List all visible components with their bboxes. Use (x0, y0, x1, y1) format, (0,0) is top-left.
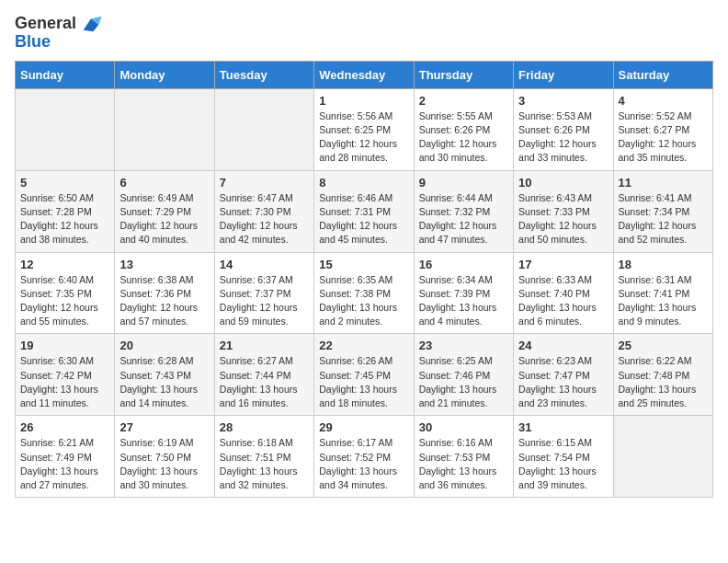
calendar-cell: 16Sunrise: 6:34 AM Sunset: 7:39 PM Dayli… (414, 252, 513, 334)
calendar-cell: 31Sunrise: 6:15 AM Sunset: 7:54 PM Dayli… (514, 416, 613, 498)
day-number: 6 (119, 176, 209, 190)
calendar-body: 1Sunrise: 5:56 AM Sunset: 6:25 PM Daylig… (16, 88, 713, 497)
calendar-cell: 14Sunrise: 6:37 AM Sunset: 7:37 PM Dayli… (214, 252, 313, 334)
calendar-week-1: 1Sunrise: 5:56 AM Sunset: 6:25 PM Daylig… (16, 88, 713, 170)
day-number: 2 (419, 94, 508, 108)
calendar-cell: 21Sunrise: 6:27 AM Sunset: 7:44 PM Dayli… (214, 334, 313, 416)
days-of-week-row: SundayMondayTuesdayWednesdayThursdayFrid… (16, 61, 713, 88)
calendar-cell: 28Sunrise: 6:18 AM Sunset: 7:51 PM Dayli… (214, 416, 313, 498)
day-number: 1 (319, 94, 408, 108)
calendar-cell: 7Sunrise: 6:47 AM Sunset: 7:30 PM Daylig… (214, 170, 313, 252)
calendar-week-3: 12Sunrise: 6:40 AM Sunset: 7:35 PM Dayli… (16, 252, 713, 334)
day-info: Sunrise: 6:43 AM Sunset: 7:33 PM Dayligh… (518, 191, 608, 247)
calendar-cell: 12Sunrise: 6:40 AM Sunset: 7:35 PM Dayli… (16, 252, 115, 334)
day-header-sunday: Sunday (16, 61, 115, 88)
calendar-cell (115, 88, 214, 170)
day-number: 3 (518, 94, 608, 108)
day-header-thursday: Thursday (414, 61, 513, 88)
calendar-week-5: 26Sunrise: 6:21 AM Sunset: 7:49 PM Dayli… (16, 416, 713, 498)
calendar-cell: 8Sunrise: 6:46 AM Sunset: 7:31 PM Daylig… (314, 170, 414, 252)
day-number: 21 (220, 339, 309, 352)
day-info: Sunrise: 6:16 AM Sunset: 7:53 PM Dayligh… (419, 436, 508, 492)
calendar-cell: 17Sunrise: 6:33 AM Sunset: 7:40 PM Dayli… (514, 252, 613, 334)
day-number: 14 (220, 258, 309, 271)
calendar-cell: 22Sunrise: 6:26 AM Sunset: 7:45 PM Dayli… (314, 334, 414, 416)
day-number: 22 (319, 339, 408, 352)
day-info: Sunrise: 6:47 AM Sunset: 7:30 PM Dayligh… (220, 191, 309, 247)
day-header-monday: Monday (115, 61, 214, 88)
day-number: 9 (419, 176, 508, 190)
calendar-week-4: 19Sunrise: 6:30 AM Sunset: 7:42 PM Dayli… (16, 334, 713, 416)
day-info: Sunrise: 6:27 AM Sunset: 7:44 PM Dayligh… (220, 354, 309, 410)
calendar-table: SundayMondayTuesdayWednesdayThursdayFrid… (15, 61, 713, 498)
day-number: 16 (419, 258, 508, 271)
day-info: Sunrise: 6:33 AM Sunset: 7:40 PM Dayligh… (518, 273, 608, 329)
day-info: Sunrise: 6:49 AM Sunset: 7:29 PM Dayligh… (119, 191, 209, 247)
calendar-cell: 9Sunrise: 6:44 AM Sunset: 7:32 PM Daylig… (414, 170, 513, 252)
calendar-cell: 24Sunrise: 6:23 AM Sunset: 7:47 PM Dayli… (514, 334, 613, 416)
day-info: Sunrise: 6:28 AM Sunset: 7:43 PM Dayligh… (119, 354, 209, 410)
day-header-tuesday: Tuesday (214, 61, 313, 88)
day-number: 25 (619, 339, 708, 352)
day-number: 8 (319, 176, 408, 190)
calendar-cell: 19Sunrise: 6:30 AM Sunset: 7:42 PM Dayli… (16, 334, 115, 416)
calendar-cell: 4Sunrise: 5:52 AM Sunset: 6:27 PM Daylig… (613, 88, 712, 170)
day-info: Sunrise: 6:40 AM Sunset: 7:35 PM Dayligh… (20, 273, 109, 329)
calendar-cell: 6Sunrise: 6:49 AM Sunset: 7:29 PM Daylig… (115, 170, 214, 252)
calendar-cell: 10Sunrise: 6:43 AM Sunset: 7:33 PM Dayli… (514, 170, 613, 252)
day-info: Sunrise: 6:37 AM Sunset: 7:37 PM Dayligh… (220, 273, 309, 329)
day-info: Sunrise: 6:22 AM Sunset: 7:48 PM Dayligh… (619, 354, 708, 410)
logo-text-general: General (15, 15, 76, 33)
logo-text-blue: Blue (15, 33, 51, 52)
day-number: 10 (518, 176, 608, 190)
logo-bird-icon (79, 15, 103, 33)
day-number: 27 (119, 420, 209, 434)
day-info: Sunrise: 5:55 AM Sunset: 6:26 PM Dayligh… (419, 109, 508, 166)
day-info: Sunrise: 6:46 AM Sunset: 7:31 PM Dayligh… (319, 191, 408, 247)
calendar-cell: 27Sunrise: 6:19 AM Sunset: 7:50 PM Dayli… (115, 416, 214, 498)
calendar-cell: 15Sunrise: 6:35 AM Sunset: 7:38 PM Dayli… (314, 252, 414, 334)
day-number: 19 (20, 339, 109, 352)
day-info: Sunrise: 6:17 AM Sunset: 7:52 PM Dayligh… (319, 436, 408, 492)
day-info: Sunrise: 5:53 AM Sunset: 6:26 PM Dayligh… (518, 109, 608, 166)
day-info: Sunrise: 6:15 AM Sunset: 7:54 PM Dayligh… (518, 436, 608, 492)
calendar-cell: 11Sunrise: 6:41 AM Sunset: 7:34 PM Dayli… (613, 170, 712, 252)
day-info: Sunrise: 6:31 AM Sunset: 7:41 PM Dayligh… (619, 273, 708, 329)
day-number: 12 (20, 258, 109, 271)
calendar-week-2: 5Sunrise: 6:50 AM Sunset: 7:28 PM Daylig… (16, 170, 713, 252)
day-info: Sunrise: 6:26 AM Sunset: 7:45 PM Dayligh… (319, 354, 408, 410)
day-number: 5 (20, 176, 109, 190)
page-header: General Blue (15, 15, 713, 52)
day-number: 11 (619, 176, 708, 190)
calendar-cell: 3Sunrise: 5:53 AM Sunset: 6:26 PM Daylig… (514, 88, 613, 170)
day-number: 4 (619, 94, 708, 108)
day-number: 30 (419, 420, 508, 434)
day-number: 24 (518, 339, 608, 352)
calendar-cell: 1Sunrise: 5:56 AM Sunset: 6:25 PM Daylig… (314, 88, 414, 170)
day-info: Sunrise: 6:41 AM Sunset: 7:34 PM Dayligh… (619, 191, 708, 247)
day-info: Sunrise: 6:34 AM Sunset: 7:39 PM Dayligh… (419, 273, 508, 329)
day-info: Sunrise: 6:30 AM Sunset: 7:42 PM Dayligh… (20, 354, 109, 410)
calendar-cell (613, 416, 712, 498)
calendar-cell: 23Sunrise: 6:25 AM Sunset: 7:46 PM Dayli… (414, 334, 513, 416)
day-header-saturday: Saturday (613, 61, 712, 88)
day-number: 13 (119, 258, 209, 271)
calendar-header: SundayMondayTuesdayWednesdayThursdayFrid… (16, 61, 713, 88)
calendar-cell: 25Sunrise: 6:22 AM Sunset: 7:48 PM Dayli… (613, 334, 712, 416)
calendar-cell: 13Sunrise: 6:38 AM Sunset: 7:36 PM Dayli… (115, 252, 214, 334)
day-number: 20 (119, 339, 209, 352)
day-info: Sunrise: 6:35 AM Sunset: 7:38 PM Dayligh… (319, 273, 408, 329)
day-number: 18 (619, 258, 708, 271)
day-number: 26 (20, 420, 109, 434)
day-info: Sunrise: 6:50 AM Sunset: 7:28 PM Dayligh… (20, 191, 109, 247)
calendar-cell: 18Sunrise: 6:31 AM Sunset: 7:41 PM Dayli… (613, 252, 712, 334)
day-number: 15 (319, 258, 408, 271)
day-info: Sunrise: 5:56 AM Sunset: 6:25 PM Dayligh… (319, 109, 408, 166)
day-number: 17 (518, 258, 608, 271)
day-number: 28 (220, 420, 309, 434)
calendar-cell: 2Sunrise: 5:55 AM Sunset: 6:26 PM Daylig… (414, 88, 513, 170)
day-number: 23 (419, 339, 508, 352)
logo: General Blue (15, 15, 103, 52)
calendar-cell: 30Sunrise: 6:16 AM Sunset: 7:53 PM Dayli… (414, 416, 513, 498)
day-info: Sunrise: 6:38 AM Sunset: 7:36 PM Dayligh… (119, 273, 209, 329)
